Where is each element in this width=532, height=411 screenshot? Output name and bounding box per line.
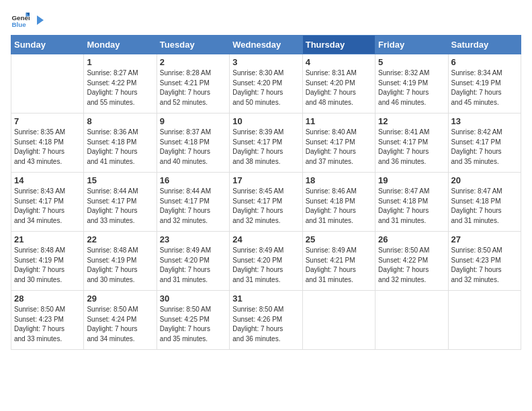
day-number: 14 — [14, 175, 81, 185]
header-day-wednesday: Wednesday — [230, 36, 302, 54]
day-number: 16 — [160, 175, 226, 185]
calendar-cell — [448, 291, 521, 350]
logo-icon: General Blue — [11, 11, 30, 30]
calendar-cell — [302, 291, 375, 350]
day-info: Sunrise: 8:50 AMSunset: 4:23 PMDaylight:… — [14, 305, 81, 344]
day-info: Sunrise: 8:47 AMSunset: 4:18 PMDaylight:… — [378, 187, 445, 226]
day-number: 6 — [451, 57, 518, 67]
day-info: Sunrise: 8:44 AMSunset: 4:17 PMDaylight:… — [160, 187, 226, 226]
day-number: 2 — [160, 57, 226, 67]
day-info: Sunrise: 8:50 AMSunset: 4:23 PMDaylight:… — [451, 246, 518, 285]
day-info: Sunrise: 8:49 AMSunset: 4:21 PMDaylight:… — [306, 246, 372, 285]
day-info: Sunrise: 8:30 AMSunset: 4:20 PMDaylight:… — [232, 68, 299, 107]
day-number: 9 — [160, 116, 226, 126]
day-info: Sunrise: 8:27 AMSunset: 4:22 PMDaylight:… — [87, 68, 153, 107]
calendar-cell: 10Sunrise: 8:39 AMSunset: 4:17 PMDayligh… — [230, 113, 302, 173]
day-info: Sunrise: 8:35 AMSunset: 4:18 PMDaylight:… — [14, 128, 81, 167]
day-number: 30 — [160, 293, 226, 304]
day-number: 15 — [87, 175, 153, 185]
week-row-4: 28Sunrise: 8:50 AMSunset: 4:23 PMDayligh… — [11, 291, 521, 350]
calendar-cell: 11Sunrise: 8:40 AMSunset: 4:17 PMDayligh… — [302, 113, 375, 173]
calendar-cell: 18Sunrise: 8:46 AMSunset: 4:18 PMDayligh… — [302, 173, 375, 232]
calendar-cell: 7Sunrise: 8:35 AMSunset: 4:18 PMDaylight… — [11, 113, 84, 173]
calendar-cell: 28Sunrise: 8:50 AMSunset: 4:23 PMDayligh… — [11, 291, 84, 350]
calendar-cell: 13Sunrise: 8:42 AMSunset: 4:17 PMDayligh… — [448, 113, 521, 173]
calendar-cell: 15Sunrise: 8:44 AMSunset: 4:17 PMDayligh… — [84, 173, 157, 232]
day-number: 7 — [14, 116, 81, 126]
header-day-friday: Friday — [375, 36, 448, 54]
day-number: 17 — [232, 175, 299, 185]
week-row-1: 7Sunrise: 8:35 AMSunset: 4:18 PMDaylight… — [11, 113, 521, 173]
calendar-cell: 27Sunrise: 8:50 AMSunset: 4:23 PMDayligh… — [448, 232, 521, 291]
day-info: Sunrise: 8:40 AMSunset: 4:17 PMDaylight:… — [306, 128, 372, 167]
day-info: Sunrise: 8:50 AMSunset: 4:24 PMDaylight:… — [87, 305, 153, 344]
header-day-saturday: Saturday — [448, 36, 521, 54]
calendar-cell: 24Sunrise: 8:49 AMSunset: 4:20 PMDayligh… — [230, 232, 302, 291]
day-info: Sunrise: 8:49 AMSunset: 4:20 PMDaylight:… — [232, 246, 299, 285]
day-info: Sunrise: 8:39 AMSunset: 4:17 PMDaylight:… — [232, 128, 299, 167]
calendar-cell: 1Sunrise: 8:27 AMSunset: 4:22 PMDaylight… — [84, 54, 157, 113]
day-info: Sunrise: 8:49 AMSunset: 4:20 PMDaylight:… — [160, 246, 226, 285]
calendar-cell: 29Sunrise: 8:50 AMSunset: 4:24 PMDayligh… — [84, 291, 157, 350]
day-number: 11 — [306, 116, 372, 126]
header-day-tuesday: Tuesday — [157, 36, 229, 54]
calendar-cell: 26Sunrise: 8:50 AMSunset: 4:22 PMDayligh… — [375, 232, 448, 291]
day-number: 10 — [232, 116, 299, 126]
calendar-cell: 17Sunrise: 8:45 AMSunset: 4:17 PMDayligh… — [230, 173, 302, 232]
day-info: Sunrise: 8:34 AMSunset: 4:19 PMDaylight:… — [451, 68, 518, 107]
day-number: 24 — [232, 234, 299, 244]
week-row-0: 1Sunrise: 8:27 AMSunset: 4:22 PMDaylight… — [11, 54, 521, 113]
calendar-cell: 22Sunrise: 8:48 AMSunset: 4:19 PMDayligh… — [84, 232, 157, 291]
day-number: 25 — [306, 234, 372, 244]
day-number: 18 — [306, 175, 372, 185]
svg-marker-4 — [37, 15, 44, 25]
day-info: Sunrise: 8:43 AMSunset: 4:17 PMDaylight:… — [14, 187, 81, 226]
day-number: 12 — [378, 116, 445, 126]
header: General Blue — [11, 11, 521, 30]
day-info: Sunrise: 8:31 AMSunset: 4:20 PMDaylight:… — [306, 68, 372, 107]
day-number: 3 — [232, 57, 299, 67]
calendar-cell: 23Sunrise: 8:49 AMSunset: 4:20 PMDayligh… — [157, 232, 229, 291]
calendar-cell: 2Sunrise: 8:28 AMSunset: 4:21 PMDaylight… — [157, 54, 229, 113]
calendar-cell: 9Sunrise: 8:37 AMSunset: 4:18 PMDaylight… — [157, 113, 229, 173]
day-number: 22 — [87, 234, 153, 244]
day-number: 1 — [87, 57, 153, 67]
calendar-cell: 30Sunrise: 8:50 AMSunset: 4:25 PMDayligh… — [157, 291, 229, 350]
day-number: 13 — [451, 116, 518, 126]
calendar-cell: 20Sunrise: 8:47 AMSunset: 4:18 PMDayligh… — [448, 173, 521, 232]
logo-arrow-icon — [33, 14, 45, 26]
header-day-thursday: Thursday — [302, 36, 375, 54]
calendar-cell: 21Sunrise: 8:48 AMSunset: 4:19 PMDayligh… — [11, 232, 84, 291]
day-info: Sunrise: 8:47 AMSunset: 4:18 PMDaylight:… — [451, 187, 518, 226]
calendar-cell: 8Sunrise: 8:36 AMSunset: 4:18 PMDaylight… — [84, 113, 157, 173]
calendar-cell: 12Sunrise: 8:41 AMSunset: 4:17 PMDayligh… — [375, 113, 448, 173]
calendar-cell: 19Sunrise: 8:47 AMSunset: 4:18 PMDayligh… — [375, 173, 448, 232]
day-number: 4 — [306, 57, 372, 67]
calendar-cell: 14Sunrise: 8:43 AMSunset: 4:17 PMDayligh… — [11, 173, 84, 232]
calendar-cell — [375, 291, 448, 350]
calendar-cell: 3Sunrise: 8:30 AMSunset: 4:20 PMDaylight… — [230, 54, 302, 113]
calendar-cell: 4Sunrise: 8:31 AMSunset: 4:20 PMDaylight… — [302, 54, 375, 113]
calendar-table: SundayMondayTuesdayWednesdayThursdayFrid… — [11, 35, 521, 350]
day-info: Sunrise: 8:37 AMSunset: 4:18 PMDaylight:… — [160, 128, 226, 167]
header-day-sunday: Sunday — [11, 36, 84, 54]
calendar-cell: 5Sunrise: 8:32 AMSunset: 4:19 PMDaylight… — [375, 54, 448, 113]
svg-text:Blue: Blue — [11, 21, 26, 28]
calendar-cell: 6Sunrise: 8:34 AMSunset: 4:19 PMDaylight… — [448, 54, 521, 113]
day-info: Sunrise: 8:50 AMSunset: 4:26 PMDaylight:… — [232, 305, 299, 344]
day-info: Sunrise: 8:46 AMSunset: 4:18 PMDaylight:… — [306, 187, 372, 226]
day-number: 26 — [378, 234, 445, 244]
day-number: 20 — [451, 175, 518, 185]
day-number: 19 — [378, 175, 445, 185]
week-row-2: 14Sunrise: 8:43 AMSunset: 4:17 PMDayligh… — [11, 173, 521, 232]
calendar-header: SundayMondayTuesdayWednesdayThursdayFrid… — [11, 36, 521, 54]
day-info: Sunrise: 8:50 AMSunset: 4:22 PMDaylight:… — [378, 246, 445, 285]
day-info: Sunrise: 8:41 AMSunset: 4:17 PMDaylight:… — [378, 128, 445, 167]
day-info: Sunrise: 8:50 AMSunset: 4:25 PMDaylight:… — [160, 305, 226, 344]
day-number: 27 — [451, 234, 518, 244]
day-info: Sunrise: 8:28 AMSunset: 4:21 PMDaylight:… — [160, 68, 226, 107]
day-info: Sunrise: 8:42 AMSunset: 4:17 PMDaylight:… — [451, 128, 518, 167]
day-number: 5 — [378, 57, 445, 67]
day-number: 29 — [87, 293, 153, 304]
day-number: 8 — [87, 116, 153, 126]
